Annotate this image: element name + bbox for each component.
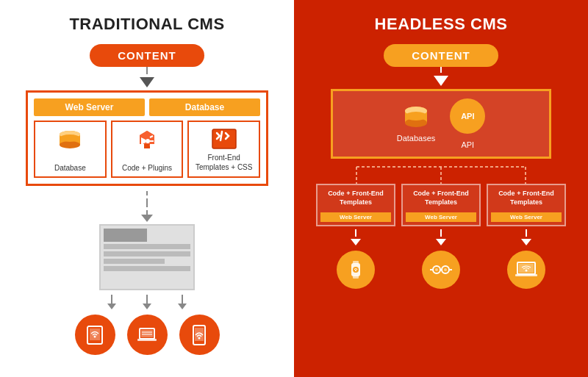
- headless-db-api-box: Databases API API: [331, 89, 551, 159]
- headless-arrow-1: [434, 67, 448, 89]
- svg-point-49: [526, 270, 528, 272]
- tablet-circle: [75, 315, 115, 355]
- plugin-icon: [134, 128, 160, 154]
- svg-rect-10: [146, 139, 150, 143]
- laptop-circle: [127, 315, 168, 355]
- database-icon-box: Database: [34, 121, 107, 178]
- headless-device-row: [316, 251, 566, 289]
- traditional-cms-box: Web Server Database Database: [26, 90, 268, 186]
- trad-arrow-2: [141, 191, 153, 222]
- server-box-1: Code + Front-EndTemplates Web Server: [316, 184, 395, 226]
- frontend-icon-box: Front-EndTemplates + CSS: [187, 121, 260, 178]
- svg-point-27: [198, 337, 201, 339]
- plugins-box-label: Code + Plugins: [122, 164, 172, 172]
- svg-point-41: [355, 270, 356, 271]
- svg-point-32: [405, 112, 427, 121]
- headless-device-arrows: [316, 229, 566, 248]
- phone-circle: [179, 315, 220, 355]
- arrow-col-2: [143, 295, 151, 312]
- traditional-cms-title: TRADITIONAL CMS: [69, 15, 224, 34]
- trad-arrow-1: [140, 67, 154, 90]
- api-label-text: API: [461, 112, 474, 121]
- svg-rect-21: [141, 330, 153, 337]
- server-box-3-label: Code + Front-EndTemplates: [498, 190, 554, 207]
- mockup-header-block: [104, 229, 147, 242]
- three-server-boxes: Code + Front-EndTemplates Web Server Cod…: [316, 184, 566, 226]
- code-icon: [211, 128, 237, 150]
- svg-point-45: [444, 268, 447, 271]
- ar-glasses-device: [401, 251, 481, 289]
- right-arrow-3: [487, 229, 566, 248]
- headless-cms-panel: HEADLESS CMS CONTENT Databases API API: [294, 0, 588, 377]
- svg-rect-48: [515, 274, 537, 276]
- database-icon: [57, 128, 83, 154]
- mockup-line-1: [104, 244, 190, 249]
- arrow-col-1: [107, 295, 116, 312]
- headless-api-icon-box: API API: [450, 98, 485, 149]
- database-box-label: Database: [54, 164, 86, 172]
- headless-db-label: Databases: [397, 134, 436, 143]
- svg-point-4: [60, 134, 80, 142]
- headless-cms-title: HEADLESS CMS: [375, 15, 508, 34]
- database-label: Database: [149, 98, 260, 116]
- server-box-1-label: Code + Front-EndTemplates: [328, 190, 384, 207]
- cms-header-row: Web Server Database: [34, 98, 260, 116]
- mockup-line-2: [104, 251, 190, 256]
- laptop-icon: [135, 325, 159, 345]
- server-badge-2: Web Server: [406, 212, 476, 222]
- right-laptop-icon: [514, 259, 539, 280]
- server-box-2-label: Code + Front-EndTemplates: [413, 190, 469, 207]
- right-laptop-device: [487, 251, 566, 289]
- traditional-device-row: [75, 315, 220, 355]
- trad-device-arrows: [107, 295, 187, 312]
- laptop-device: [127, 315, 168, 355]
- svg-point-19: [94, 335, 96, 337]
- plugins-icon-box: Code + Plugins: [111, 121, 184, 178]
- headless-content-pill: CONTENT: [384, 44, 498, 67]
- headless-db-icon-box: Databases: [397, 105, 436, 143]
- headless-api-label: API: [461, 140, 474, 149]
- server-badge-3: Web Server: [491, 212, 562, 222]
- right-arrow-2: [401, 229, 481, 248]
- web-server-label: Web Server: [34, 98, 145, 116]
- smartwatch-circle: [337, 251, 375, 289]
- phone-device: [179, 315, 220, 355]
- right-arrow-1: [316, 229, 395, 248]
- svg-rect-39: [353, 276, 359, 279]
- dashed-connections: [316, 163, 566, 184]
- server-box-2: Code + Front-EndTemplates Web Server: [401, 184, 481, 226]
- tablet-device: [75, 315, 115, 355]
- svg-point-2: [60, 141, 80, 148]
- svg-rect-38: [353, 261, 359, 264]
- server-badge-1: Web Server: [320, 212, 391, 222]
- smartwatch-icon: [345, 259, 367, 281]
- traditional-content-pill: CONTENT: [90, 44, 204, 67]
- smartwatch-device: [316, 251, 395, 289]
- svg-rect-22: [137, 339, 157, 341]
- frontend-box-label: Front-EndTemplates + CSS: [196, 153, 253, 172]
- api-circle: API: [450, 98, 485, 134]
- icon-boxes-row: Database Code + Plugins: [34, 121, 260, 178]
- server-box-3: Code + Front-EndTemplates Web Server: [487, 184, 566, 226]
- arrow-col-3: [178, 295, 187, 312]
- phone-icon: [191, 325, 207, 345]
- headless-database-icon: [401, 105, 431, 130]
- mockup-line-3: [104, 259, 165, 264]
- website-mockup: [99, 224, 195, 290]
- traditional-cms-panel: TRADITIONAL CMS CONTENT Web Server Datab…: [0, 0, 294, 377]
- svg-point-44: [435, 268, 438, 271]
- right-laptop-circle: [507, 251, 545, 289]
- ar-glasses-icon: [428, 259, 454, 280]
- tablet-icon: [85, 325, 105, 345]
- ar-glasses-circle: [422, 251, 460, 289]
- dashed-lines-svg: [316, 163, 566, 184]
- mockup-line-4: [104, 266, 190, 271]
- svg-line-13: [150, 145, 153, 146]
